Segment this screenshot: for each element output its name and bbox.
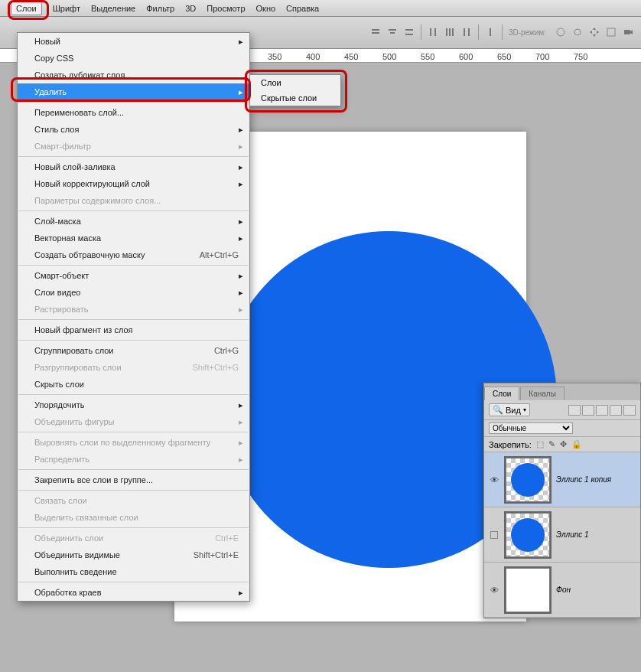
menu-item: Смарт-фильтр▸ xyxy=(18,138,249,155)
distribute-icon[interactable] xyxy=(485,27,496,38)
menu-view[interactable]: Просмотр xyxy=(207,4,245,13)
menu-item: Распределить▸ xyxy=(18,451,249,468)
layer-name[interactable]: Эллипс 1 xyxy=(556,530,589,539)
menu-filter[interactable]: Фильтр xyxy=(146,4,174,13)
menu-item[interactable]: Скрыть слои xyxy=(18,376,249,393)
visibility-toggle[interactable] xyxy=(489,531,499,539)
menu-item[interactable]: Закрепить все слои в группе... xyxy=(18,471,249,488)
svg-rect-10 xyxy=(452,28,454,36)
menu-item[interactable]: Copy CSS xyxy=(18,50,249,67)
menu-item: Растрировать▸ xyxy=(18,301,249,318)
menu-item[interactable]: Упорядочить▸ xyxy=(18,396,249,413)
submenu-item-hidden[interactable]: Скрытые слои xyxy=(250,90,340,106)
layers-panel: Слои Каналы 🔍Вид▾ Обычные Закрепить: ⬚ ✎… xyxy=(483,383,641,618)
menu-bar: Слои Шрифт Выделение Фильтр 3D Просмотр … xyxy=(0,0,641,17)
align-icon[interactable] xyxy=(387,27,398,38)
menu-item[interactable]: Слои видео▸ xyxy=(18,284,249,301)
lock-all-icon[interactable]: 🔒 xyxy=(571,439,582,449)
menu-window[interactable]: Окно xyxy=(256,4,276,13)
menu-type[interactable]: Шрифт xyxy=(53,4,80,13)
menu-item[interactable]: Создать дубликат слоя... xyxy=(18,67,249,83)
layer-list: 👁Эллипс 1 копияЭллипс 1👁Фон xyxy=(484,452,640,618)
orbit-icon[interactable] xyxy=(555,27,566,38)
visibility-toggle[interactable]: 👁 xyxy=(489,586,499,595)
menu-item: Выделить связанные слои xyxy=(18,509,249,526)
svg-rect-5 xyxy=(405,34,413,35)
layer-row[interactable]: 👁Эллипс 1 копия xyxy=(484,452,640,507)
distribute-icon[interactable] xyxy=(428,27,438,38)
menu-item[interactable]: Смарт-объект▸ xyxy=(18,267,249,284)
layers-dropdown: Новый▸Copy CSSСоздать дубликат слоя...Уд… xyxy=(17,32,250,602)
filter-chip[interactable] xyxy=(568,405,581,416)
tab-layers[interactable]: Слои xyxy=(484,387,519,400)
menu-item[interactable]: Удалить▸ xyxy=(18,83,249,100)
svg-rect-17 xyxy=(624,30,630,34)
svg-rect-6 xyxy=(430,28,431,36)
menu-item: Выровнять слои по выделенному фрагменту▸ xyxy=(18,434,249,451)
svg-rect-12 xyxy=(468,28,470,36)
menu-item[interactable]: Новый слой-заливка▸ xyxy=(18,158,249,175)
submenu-item-layers[interactable]: Слои xyxy=(250,75,340,90)
svg-rect-8 xyxy=(446,28,447,36)
menu-item[interactable]: Слой-маска▸ xyxy=(18,213,249,230)
menu-item: Связать слои xyxy=(18,492,249,509)
menu-item[interactable]: Объединить видимыеShift+Ctrl+E xyxy=(18,546,249,563)
menu-item: Разгруппировать слоиShift+Ctrl+G xyxy=(18,359,249,376)
camera-icon[interactable] xyxy=(623,27,633,38)
scale-icon[interactable] xyxy=(606,27,617,38)
layer-row[interactable]: 👁Фон xyxy=(484,563,640,618)
layer-name[interactable]: Эллипс 1 копия xyxy=(556,475,611,484)
distribute-icon[interactable] xyxy=(461,27,472,38)
lock-label: Закрепить: xyxy=(489,440,532,449)
lock-brush-icon[interactable]: ✎ xyxy=(548,439,555,449)
svg-point-14 xyxy=(557,28,565,36)
layer-filter-kind[interactable]: 🔍Вид▾ xyxy=(489,403,530,416)
svg-rect-16 xyxy=(607,28,615,36)
menu-item[interactable]: Векторная маска▸ xyxy=(18,230,249,246)
svg-point-15 xyxy=(574,29,581,35)
menu-item[interactable]: Новый фрагмент из слоя xyxy=(18,321,249,338)
menu-help[interactable]: Справка xyxy=(286,4,319,13)
tab-channels[interactable]: Каналы xyxy=(520,387,565,400)
menu-select[interactable]: Выделение xyxy=(91,4,135,13)
layer-thumbnail[interactable] xyxy=(506,568,550,612)
filter-chip[interactable] xyxy=(596,405,608,416)
menu-item: Параметры содержимого слоя... xyxy=(18,192,249,209)
svg-rect-1 xyxy=(372,32,379,34)
menu-item[interactable]: Новый корректирующий слой▸ xyxy=(18,175,249,192)
menu-layers[interactable]: Слои xyxy=(11,2,42,15)
align-icon[interactable] xyxy=(404,27,415,38)
filter-chip[interactable] xyxy=(582,405,594,416)
menu-item[interactable]: Сгруппировать слоиCtrl+G xyxy=(18,342,249,359)
visibility-toggle[interactable]: 👁 xyxy=(489,475,499,484)
pan-icon[interactable] xyxy=(572,27,583,38)
filter-chip[interactable] xyxy=(623,405,636,416)
svg-rect-11 xyxy=(464,28,465,36)
layer-name[interactable]: Фон xyxy=(556,586,571,594)
menu-item[interactable]: Новый▸ xyxy=(18,33,249,50)
align-icon[interactable] xyxy=(370,27,381,38)
menu-item: Объединить слоиCtrl+E xyxy=(18,530,249,546)
svg-rect-3 xyxy=(390,32,395,34)
mode-3d-label: 3D-режим: xyxy=(509,28,546,37)
layer-thumbnail[interactable] xyxy=(506,513,550,557)
delete-submenu: Слои Скрытые слои xyxy=(249,74,341,106)
svg-rect-13 xyxy=(490,28,491,36)
lock-move-icon[interactable]: ✥ xyxy=(560,439,567,449)
lock-pixels-icon[interactable]: ⬚ xyxy=(536,439,544,449)
menu-item[interactable]: Переименовать слой... xyxy=(18,104,249,121)
distribute-icon[interactable] xyxy=(444,27,455,38)
menu-item[interactable]: Создать обтравочную маскуAlt+Ctrl+G xyxy=(18,246,249,263)
layer-thumbnail[interactable] xyxy=(506,458,550,502)
svg-rect-7 xyxy=(434,28,436,36)
svg-rect-2 xyxy=(389,29,396,31)
menu-3d[interactable]: 3D xyxy=(185,4,196,13)
svg-rect-0 xyxy=(372,29,379,31)
blend-mode-select[interactable]: Обычные xyxy=(489,422,573,434)
menu-item[interactable]: Обработка краев▸ xyxy=(18,584,249,601)
menu-item[interactable]: Стиль слоя▸ xyxy=(18,121,249,138)
layer-row[interactable]: Эллипс 1 xyxy=(484,507,640,563)
filter-chip[interactable] xyxy=(610,405,622,416)
move-icon[interactable] xyxy=(589,27,600,38)
menu-item[interactable]: Выполнить сведение xyxy=(18,563,249,580)
